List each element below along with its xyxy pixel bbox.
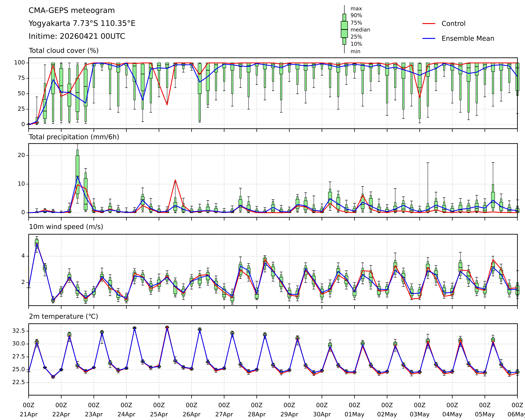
panel-title-cloud: Total cloud cover (%) bbox=[29, 47, 99, 55]
legend-label-90: 90% bbox=[351, 12, 362, 18]
panel-title-precip: Total precipitation (mm/6h) bbox=[29, 133, 119, 141]
panel-title-wind: 10m wind speed (m/s) bbox=[29, 223, 103, 231]
legend-whisker-top-icon bbox=[344, 5, 345, 14]
legend-label-min: min bbox=[351, 48, 360, 55]
legend-label-75: 75% bbox=[351, 20, 362, 26]
legend-label-10: 10% bbox=[351, 41, 362, 47]
page-title: CMA-GEPS meteogram bbox=[29, 6, 115, 15]
legend-label-25: 25% bbox=[351, 34, 362, 40]
ensemble-line-icon bbox=[422, 38, 435, 39]
control-line-icon bbox=[422, 23, 435, 24]
station-label: Yogyakarta 7.73°S 110.35°E bbox=[29, 19, 136, 27]
legend-label-control: Control bbox=[442, 20, 466, 27]
legend-box-90-icon bbox=[343, 14, 346, 21]
meteogram-page: CMA-GEPS meteogram Yogyakarta 7.73°S 110… bbox=[0, 0, 525, 420]
legend-label-ensemble: Ensemble Mean bbox=[442, 35, 494, 42]
legend-label-median: median bbox=[351, 27, 370, 33]
meteogram-canvas bbox=[0, 0, 525, 420]
legend-whisker-bottom-icon bbox=[344, 45, 345, 53]
legend-label-max: max bbox=[351, 5, 362, 11]
legend-box-10-icon bbox=[343, 38, 346, 45]
legend-median-line-icon bbox=[341, 29, 348, 30]
panel-title-temp: 2m temperature (℃) bbox=[29, 312, 98, 320]
initime-label: Initime: 20260421 00UTC bbox=[29, 32, 125, 40]
